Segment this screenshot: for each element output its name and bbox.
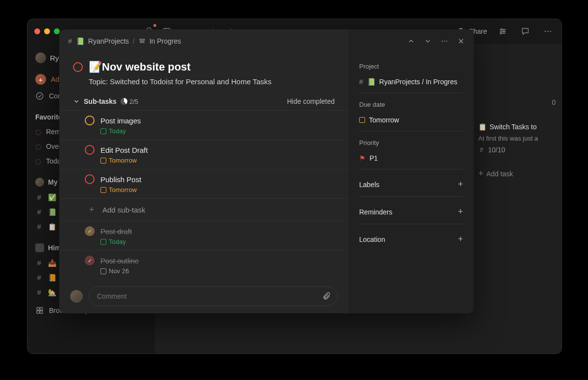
- due-date-label: Due date: [359, 101, 463, 108]
- workspace-icon: [35, 243, 44, 252]
- attachment-icon[interactable]: [322, 292, 331, 301]
- project-value[interactable]: # 📗 RyanProjects / In Progres: [359, 73, 463, 93]
- svg-point-24: [446, 41, 447, 42]
- flag-icon: ⚑: [359, 154, 366, 162]
- svg-point-22: [441, 41, 442, 42]
- view-options-icon[interactable]: [496, 24, 510, 38]
- more-icon[interactable]: [441, 37, 448, 45]
- avatar: [35, 52, 46, 63]
- modal-sidebar: Project # 📗 RyanProjects / In Progres Du…: [348, 29, 474, 313]
- hash-icon: #: [68, 37, 72, 45]
- subtask-item[interactable]: Post draft Today: [59, 221, 348, 250]
- subtask-checkbox-done[interactable]: [85, 226, 95, 236]
- hide-completed-button[interactable]: Hide completed: [287, 97, 335, 105]
- more-icon[interactable]: [541, 24, 555, 38]
- section-icon: [139, 38, 146, 45]
- hash-icon: #: [35, 223, 43, 231]
- svg-point-12: [547, 31, 548, 32]
- svg-rect-16: [40, 308, 43, 310]
- hash-icon: #: [359, 78, 363, 86]
- modal-header: # 📗 RyanProjects / In Progres: [59, 29, 474, 53]
- subtask-checkbox-done[interactable]: [85, 256, 95, 265]
- comment-input[interactable]: [89, 286, 338, 306]
- task-checkbox[interactable]: [73, 62, 83, 72]
- prev-task-icon[interactable]: [407, 37, 415, 45]
- calendar-icon: [359, 117, 365, 123]
- svg-rect-17: [37, 311, 39, 313]
- plus-icon: +: [458, 234, 463, 244]
- breadcrumb-project[interactable]: RyanProjects: [88, 37, 129, 45]
- comment-row: [59, 280, 348, 313]
- due-date-value[interactable]: Tomorrow: [359, 111, 463, 131]
- subtasks-icon: [478, 146, 485, 153]
- filter-icon: ◌: [35, 128, 41, 136]
- next-task-icon[interactable]: [424, 37, 432, 45]
- task-title[interactable]: 📝Nov website post: [89, 61, 191, 73]
- subtask-checkbox[interactable]: [85, 116, 95, 125]
- avatar: [70, 290, 83, 303]
- avatar: [35, 178, 44, 187]
- calendar-icon: [100, 187, 106, 193]
- svg-point-9: [503, 31, 505, 32]
- svg-point-23: [444, 41, 445, 42]
- subtask-item[interactable]: Publish Post Tomorrow: [59, 169, 348, 198]
- minimize-window[interactable]: [44, 28, 50, 34]
- subtask-item[interactable]: Post outline Nov 26: [59, 250, 348, 280]
- subtask-checkbox[interactable]: [85, 145, 95, 155]
- plus-icon: +: [458, 207, 463, 217]
- svg-point-8: [501, 29, 502, 30]
- hash-icon: #: [35, 274, 43, 282]
- svg-rect-15: [37, 308, 39, 310]
- priority-value[interactable]: ⚑ P1: [359, 149, 463, 169]
- chevron-down-icon: [73, 98, 80, 105]
- reminders-row[interactable]: Reminders +: [359, 200, 463, 224]
- window-controls: [34, 28, 60, 34]
- add-subtask-button[interactable]: + Add sub-task: [59, 198, 348, 221]
- task-description[interactable]: Topic: Switched to Todoist for Personal …: [59, 77, 348, 94]
- breadcrumb-section[interactable]: In Progres: [149, 37, 181, 45]
- filter-icon: ◌: [35, 157, 41, 165]
- subtasks-header[interactable]: Sub-tasks 2/5 Hide completed: [59, 94, 348, 110]
- templates-icon: [35, 306, 44, 315]
- column-count: 0: [552, 98, 556, 106]
- svg-point-10: [500, 32, 502, 34]
- labels-row[interactable]: Labels +: [359, 172, 463, 197]
- hash-icon: #: [35, 288, 43, 296]
- plus-icon: +: [458, 179, 463, 190]
- svg-rect-19: [140, 39, 144, 40]
- modal-main: 📝Nov website post Topic: Switched to Tod…: [59, 29, 348, 313]
- plus-icon: +: [35, 74, 46, 85]
- project-label: Project: [359, 63, 463, 70]
- subtask-item[interactable]: Edit Post Draft Tomorrow: [59, 140, 348, 169]
- plus-icon: +: [87, 205, 97, 215]
- svg-point-11: [545, 31, 546, 32]
- close-icon[interactable]: [457, 37, 465, 45]
- hash-icon: #: [35, 208, 43, 216]
- svg-point-14: [36, 93, 43, 99]
- subtask-item[interactable]: Post images Today: [59, 110, 348, 140]
- check-circle-icon: [35, 92, 44, 100]
- subtask-checkbox[interactable]: [85, 174, 95, 184]
- calendar-icon: [100, 239, 106, 245]
- calendar-icon: [100, 268, 106, 274]
- hash-icon: #: [35, 259, 43, 267]
- close-window[interactable]: [34, 28, 40, 34]
- svg-rect-18: [40, 311, 43, 313]
- svg-point-13: [550, 31, 551, 32]
- comments-icon[interactable]: [518, 24, 532, 38]
- progress-pie-icon: [121, 98, 127, 105]
- hash-icon: #: [35, 193, 43, 201]
- calendar-icon: [100, 128, 106, 134]
- fullscreen-window[interactable]: [54, 28, 60, 34]
- task-detail-modal: # 📗 RyanProjects / In Progres 📝Nov websi…: [59, 29, 474, 313]
- filter-icon: ◌: [35, 142, 41, 150]
- calendar-icon: [100, 158, 106, 164]
- background-task-card: 📋Switch Tasks to At first this was just …: [478, 123, 562, 183]
- location-row[interactable]: Location +: [359, 227, 463, 251]
- priority-label: Priority: [359, 139, 463, 146]
